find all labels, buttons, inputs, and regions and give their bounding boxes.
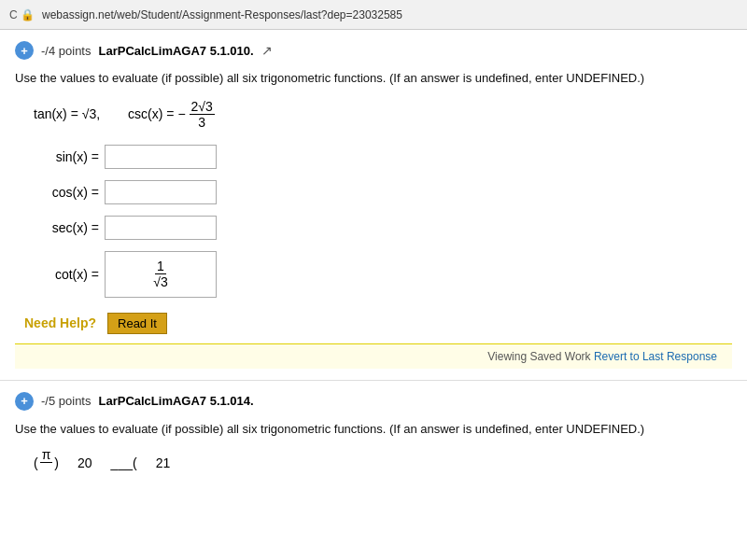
cot-numerator: 1 — [155, 259, 166, 274]
cot-row: cot(x) = 1 √3 — [24, 251, 732, 298]
problem-1-header: + -/4 points LarPCalcLimAGA7 5.1.010. ↗ — [15, 41, 732, 60]
problem-2-instructions: Use the values to evaluate (if possible)… — [15, 420, 732, 439]
problem-2-section: + -/5 points LarPCalcLimAGA7 5.1.014. Us… — [0, 381, 747, 490]
pi-numerator: π — [40, 447, 53, 463]
sec-input[interactable] — [105, 216, 217, 240]
pi-denominator — [43, 463, 50, 478]
viewing-text: Viewing Saved Work — [487, 350, 590, 363]
problem-2-given: ( π ) 20 ___( 21 — [34, 447, 732, 478]
problem-2-badge[interactable]: + — [15, 392, 34, 411]
given-csc: csc(x) = − 2√3 3 — [128, 99, 215, 130]
problem-1-section: + -/4 points LarPCalcLimAGA7 5.1.010. ↗ … — [0, 30, 747, 381]
problem-1-id: LarPCalcLimAGA7 5.1.010. — [98, 44, 253, 58]
url-bar[interactable]: webassign.net/web/Student/Assignment-Res… — [42, 8, 738, 21]
viewing-bar: Viewing Saved Work Revert to Last Respon… — [15, 343, 732, 369]
cot-box: 1 √3 — [105, 251, 217, 298]
problem-2-header: + -/5 points LarPCalcLimAGA7 5.1.014. — [15, 392, 732, 411]
cos-row: cos(x) = — [24, 180, 732, 204]
browser-bar: C 🔒 webassign.net/web/Student/Assignment… — [0, 0, 747, 30]
sec-row: sec(x) = — [24, 216, 732, 240]
cot-label: cot(x) = — [24, 267, 99, 282]
need-help-row: Need Help? Read It — [24, 313, 732, 334]
given-tan: tan(x) = √3, — [34, 106, 100, 121]
csc-denominator: 3 — [196, 115, 207, 130]
read-it-button[interactable]: Read It — [107, 313, 167, 334]
revert-link[interactable]: Revert to Last Response — [594, 350, 717, 363]
problem-2-points: -/5 points — [41, 394, 91, 408]
sec-label: sec(x) = — [24, 220, 99, 235]
csc-numerator: 2√3 — [190, 99, 215, 115]
problem-1-points: -/4 points — [41, 44, 91, 58]
problem-1-instructions: Use the values to evaluate (if possible)… — [15, 69, 732, 88]
cot-fraction: 1 √3 — [151, 259, 169, 289]
csc-fraction: 2√3 3 — [190, 99, 215, 130]
problem-1-given: tan(x) = √3, csc(x) = − 2√3 3 — [34, 99, 732, 130]
sin-input[interactable] — [105, 145, 217, 169]
sin-label: sin(x) = — [24, 149, 99, 164]
given-pi-expr: ( π ) — [34, 447, 59, 478]
sin-row: sin(x) = — [24, 145, 732, 169]
cos-label: cos(x) = — [24, 185, 99, 200]
pi-fraction: π — [40, 447, 53, 478]
page-content: + -/4 points LarPCalcLimAGA7 5.1.010. ↗ … — [0, 30, 747, 560]
lock-icon: C 🔒 — [9, 8, 35, 21]
cot-denominator: √3 — [151, 274, 169, 289]
given-num2: 21 — [156, 455, 171, 470]
given-num1: 20 — [78, 455, 92, 470]
given-trig2: ___( — [111, 455, 137, 470]
cos-input[interactable] — [105, 180, 217, 204]
problem-2-id: LarPCalcLimAGA7 5.1.014. — [98, 394, 253, 408]
problem-1-badge[interactable]: + — [15, 41, 34, 60]
cursor-icon: ↗ — [261, 43, 273, 58]
need-help-label: Need Help? — [24, 315, 96, 330]
